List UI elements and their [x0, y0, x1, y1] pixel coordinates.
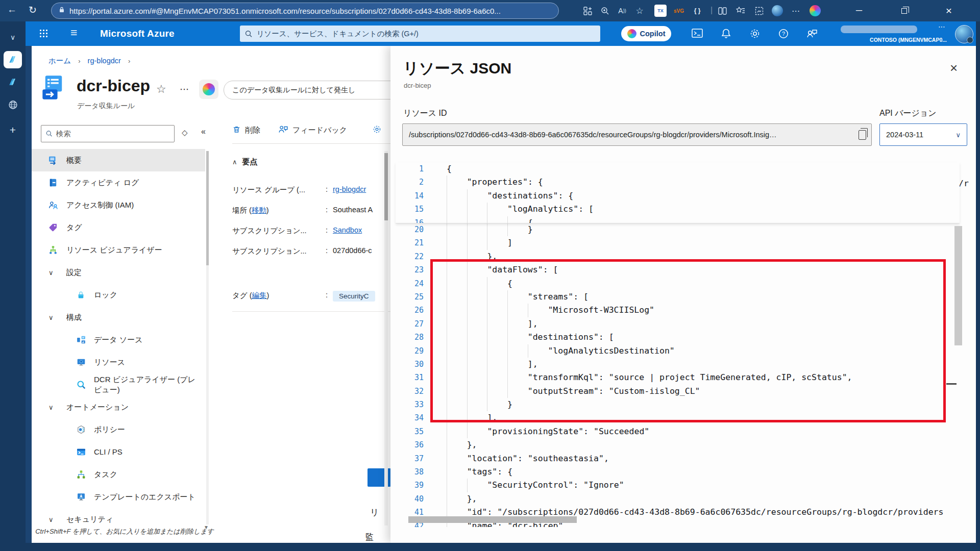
- account-avatar[interactable]: [955, 25, 973, 43]
- sidebar-item[interactable]: データ ソース: [32, 329, 205, 351]
- line-number: 33: [396, 398, 424, 411]
- window-close-button[interactable]: ×: [933, 0, 965, 21]
- settings-gear-icon[interactable]: [749, 28, 762, 40]
- sidebar-item[interactable]: ∨オートメーション: [32, 396, 205, 418]
- sidebar-item[interactable]: アクティビティ ログ: [32, 171, 205, 194]
- tab-actions-icon[interactable]: [581, 5, 594, 17]
- code-vertical-scrollbar[interactable]: [954, 226, 962, 345]
- sidebar-item-label: DCR ビジュアライザー (プレビュー): [94, 374, 202, 395]
- favorite-star-icon[interactable]: ☆: [633, 5, 646, 17]
- line-number: 23: [396, 263, 424, 277]
- feedback-button[interactable]: フィードバック: [278, 125, 347, 136]
- sidebar-item[interactable]: リソース ビジュアライザー: [32, 239, 205, 261]
- code-line: 28"destinations": [: [396, 331, 960, 344]
- essentials-value[interactable]: rg-blogdcr: [333, 185, 366, 195]
- menu-search-input[interactable]: [56, 130, 169, 138]
- extension-tx-icon[interactable]: TX: [654, 5, 667, 17]
- delete-button[interactable]: 削除: [232, 125, 260, 136]
- new-tab-button[interactable]: +: [4, 121, 22, 139]
- browser-tab-azure[interactable]: [4, 73, 22, 91]
- sidebar-item[interactable]: リソース: [32, 351, 205, 373]
- menu-collapse-icon[interactable]: «: [201, 127, 206, 136]
- breadcrumb-rg-link[interactable]: rg-blogdcr: [88, 57, 121, 65]
- notifications-bell-icon[interactable]: [721, 28, 733, 40]
- menu-scrollbar-thumb[interactable]: [206, 151, 209, 265]
- zoom-icon[interactable]: [598, 5, 611, 17]
- code-line: 40},: [396, 492, 960, 506]
- global-search-input[interactable]: [257, 30, 595, 38]
- sidebar-item[interactable]: DCR ビジュアライザー (プレビュー): [32, 373, 205, 396]
- window-minimize-button[interactable]: ─: [843, 0, 875, 21]
- copilot-suggestion-icon[interactable]: [199, 80, 218, 99]
- essentials-label-link[interactable]: 移動: [252, 206, 266, 214]
- panel-close-icon[interactable]: ×: [950, 61, 958, 74]
- portal-left-rail: [26, 46, 32, 551]
- sidebar-item[interactable]: ∨設定: [32, 261, 205, 284]
- sidebar-item[interactable]: タグ: [32, 216, 205, 239]
- essentials-label-link[interactable]: 編集: [252, 291, 267, 299]
- api-version-select[interactable]: 2024-03-11 ∨: [879, 123, 967, 146]
- essentials-row: タグ (編集):SecurityC: [232, 291, 375, 302]
- overview-scrollbar-thumb[interactable]: [384, 153, 388, 220]
- json-code-editor[interactable]: 1{2"properties": {14"destinations": {15"…: [396, 162, 967, 551]
- extension-braces-icon[interactable]: { }: [691, 5, 703, 17]
- sidebar-item[interactable]: アクセス制御 (IAM): [32, 194, 205, 216]
- resource-id-input[interactable]: [409, 131, 851, 139]
- cloud-shell-icon[interactable]: [692, 28, 704, 40]
- copilot-button[interactable]: Copilot: [621, 26, 671, 41]
- browser-tab-azure-active[interactable]: [4, 51, 22, 68]
- account-more-icon[interactable]: ⋯: [938, 22, 945, 31]
- profile-avatar[interactable]: [771, 5, 784, 17]
- essentials-value: Southeast A: [333, 206, 373, 215]
- sidebar-item[interactable]: 概要: [32, 149, 205, 171]
- address-bar[interactable]: https://portal.azure.com/#@MngEnvMCAP073…: [51, 3, 559, 19]
- window-restore-button[interactable]: [888, 0, 920, 21]
- browser-tab-globe-icon[interactable]: [4, 96, 22, 113]
- view-settings-button[interactable]: [373, 125, 385, 135]
- favorites-list-icon[interactable]: [734, 5, 747, 17]
- line-number: 20: [396, 223, 424, 236]
- menu-pin-icon[interactable]: ◇: [182, 128, 188, 137]
- essentials-value[interactable]: Sandbox: [333, 226, 362, 236]
- code-text: ],: [447, 317, 538, 331]
- breadcrumb-home-link[interactable]: ホーム: [48, 57, 71, 65]
- hamburger-menu-icon[interactable]: ≡: [70, 26, 77, 40]
- account-name-redacted: [841, 26, 917, 33]
- sidebar-item[interactable]: ∨構成: [32, 306, 205, 329]
- copilot-browser-icon[interactable]: [808, 5, 822, 17]
- menu-scroll-down-icon[interactable]: ▼: [204, 524, 209, 530]
- rail-collapse-icon[interactable]: ∨: [4, 29, 22, 46]
- code-text: },: [447, 492, 477, 506]
- essentials-row: サブスクリプション...:Sandbox: [232, 226, 362, 236]
- web-capture-icon[interactable]: [752, 5, 766, 17]
- code-horizontal-scrollbar[interactable]: [408, 516, 577, 523]
- browser-more-icon[interactable]: ⋯: [789, 5, 802, 17]
- copilot-prompt-pill[interactable]: このデータ収集ルールに対して発生し: [224, 81, 407, 99]
- code-line: 35"provisioningState": "Succeeded": [396, 425, 960, 438]
- extension-svg-icon[interactable]: sVG: [673, 5, 685, 17]
- copy-icon[interactable]: [859, 130, 866, 140]
- waffle-menu-icon[interactable]: [40, 30, 48, 38]
- essentials-heading[interactable]: ∧要点: [232, 157, 258, 167]
- sidebar-item[interactable]: CLI / PS: [32, 441, 205, 463]
- lock-icon: [59, 6, 65, 15]
- menu-search-box[interactable]: [41, 125, 175, 142]
- sidebar-item[interactable]: ポリシー: [32, 418, 205, 441]
- resource-id-field[interactable]: [402, 123, 872, 146]
- split-screen-icon[interactable]: [716, 5, 729, 17]
- page-more-icon[interactable]: ⋯: [180, 84, 189, 95]
- sidebar-item[interactable]: ロック: [32, 284, 205, 306]
- help-icon[interactable]: ?: [778, 28, 790, 40]
- sidebar-item[interactable]: テンプレートのエクスポート: [32, 486, 205, 508]
- read-aloud-icon[interactable]: A)): [616, 5, 629, 17]
- overview-ruler-mark: [946, 383, 957, 385]
- chevron-down-icon: ∨: [48, 516, 54, 523]
- feedback-icon[interactable]: [805, 28, 818, 40]
- global-search[interactable]: [240, 26, 600, 42]
- refresh-icon[interactable]: ↻: [29, 4, 37, 16]
- favorite-star-icon[interactable]: ☆: [156, 83, 166, 96]
- code-text: "streams": [: [447, 290, 589, 304]
- back-icon[interactable]: ←: [7, 4, 17, 15]
- sidebar-item[interactable]: タスク: [32, 463, 205, 486]
- essentials-label: サブスクリプション...: [232, 246, 326, 256]
